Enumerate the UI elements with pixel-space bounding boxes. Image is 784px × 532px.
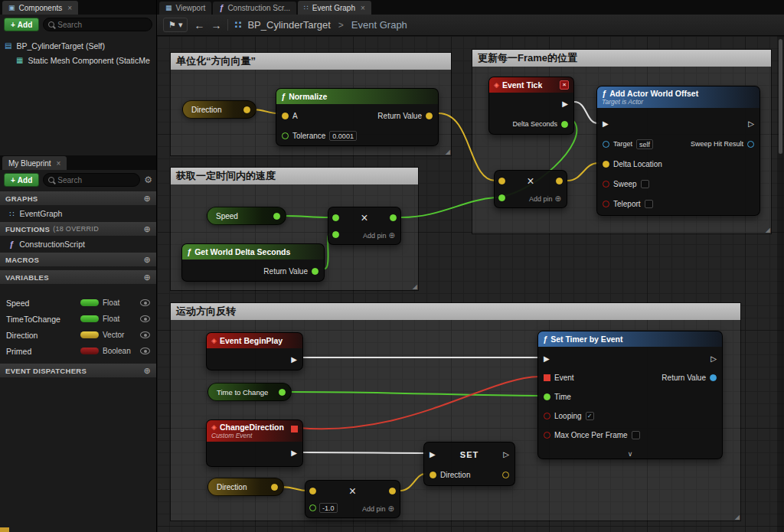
teleport-checkbox[interactable] <box>645 200 653 208</box>
variable-row-timetochange[interactable]: TimeToChange Float <box>0 311 156 327</box>
comment-resize-handle[interactable]: ◢ <box>413 284 417 290</box>
type-pill-boolean[interactable] <box>80 348 99 354</box>
my-blueprint-search[interactable] <box>43 173 140 187</box>
pin-time[interactable] <box>544 393 550 400</box>
section-graphs[interactable]: GRAPHS ⊕ <box>0 191 156 205</box>
node-get-direction-1[interactable]: Direction <box>182 100 256 119</box>
comment-resize-handle[interactable]: ◢ <box>766 227 770 233</box>
pin-delta-seconds[interactable] <box>561 121 568 128</box>
exec-out-pin[interactable]: ▷ <box>748 120 754 128</box>
comment-resize-handle[interactable]: ◢ <box>446 149 450 155</box>
event-graph-canvas[interactable]: 单位化“方向向量” ◢ 更新每一Frame的位置 ◢ 获取一定时间内的速度 ◢ … <box>157 36 784 532</box>
pin-looping[interactable] <box>544 413 550 419</box>
pin-return-value[interactable] <box>312 268 318 275</box>
close-icon[interactable]: × <box>361 4 365 12</box>
scrollbar-thumb[interactable] <box>779 39 782 154</box>
node-event-beginplay[interactable]: ◈ Event BeginPlay ▶ <box>206 332 303 370</box>
variable-row-direction[interactable]: Direction Vector <box>0 327 156 343</box>
add-pin-button[interactable]: Add pin ⊕ <box>362 505 394 513</box>
pin-direction-out[interactable] <box>502 472 509 478</box>
pin-out[interactable] <box>556 178 563 184</box>
variable-row-speed[interactable]: Speed Float <box>0 295 156 311</box>
node-multiply-frame[interactable]: × Add pin ⊕ <box>494 170 567 208</box>
delegate-pin[interactable] <box>291 426 298 432</box>
list-item-eventgraph[interactable]: ∷ EventGraph <box>0 207 156 220</box>
type-pill-float[interactable] <box>80 299 99 306</box>
exec-out-pin[interactable]: ▶ <box>291 356 297 364</box>
components-search[interactable] <box>43 18 152 31</box>
pin-in-b[interactable] <box>498 194 505 201</box>
forward-button[interactable]: → <box>211 20 221 31</box>
pin-sweep-hit-result[interactable] <box>747 141 754 148</box>
max-once-checkbox[interactable] <box>632 431 640 439</box>
add-pin-button[interactable]: Add pin ⊕ <box>363 232 395 240</box>
pin-direction-in[interactable] <box>430 472 436 478</box>
pin-return-value[interactable] <box>426 113 433 119</box>
exec-in-pin[interactable]: ▶ <box>603 120 609 128</box>
add-macro-icon[interactable]: ⊕ <box>143 256 151 264</box>
pin-in-a[interactable] <box>498 178 505 184</box>
comment-title[interactable]: 单位化“方向向量” <box>171 53 451 70</box>
type-pill-vector[interactable] <box>80 331 99 338</box>
exec-in-pin[interactable]: ▶ <box>430 451 436 459</box>
pin-sweep[interactable] <box>603 181 609 188</box>
add-graph-icon[interactable]: ⊕ <box>143 194 151 203</box>
node-set-direction[interactable]: ▶ SET ▷ Direction <box>423 442 515 486</box>
pin-speed-out[interactable] <box>273 213 280 220</box>
node-add-actor-world-offset[interactable]: ƒ Add Actor World Offset Target is Actor… <box>596 86 760 216</box>
comment-resize-handle[interactable]: ◢ <box>735 514 740 521</box>
close-icon[interactable]: × <box>67 4 72 12</box>
pin-in-b[interactable] <box>309 504 316 511</box>
pin-tolerance[interactable] <box>282 132 289 139</box>
looping-checkbox[interactable]: ✓ <box>586 412 594 420</box>
pin-max-once-per-frame[interactable] <box>544 432 550 439</box>
visibility-eye-icon[interactable] <box>140 315 150 322</box>
pin-return-value[interactable] <box>710 374 717 381</box>
node-set-timer-by-event[interactable]: ƒ Set Timer by Event ▶ ▷ Event Return Va… <box>537 331 723 459</box>
add-function-icon[interactable]: ⊕ <box>143 225 151 233</box>
add-dispatcher-icon[interactable]: ⊕ <box>143 367 151 375</box>
exec-out-pin[interactable]: ▶ <box>291 449 297 457</box>
node-change-direction[interactable]: ◈ ChangeDirection Custom Event ▶ <box>206 419 303 467</box>
pin-direction-out[interactable] <box>271 484 278 491</box>
pin-time-to-change-out[interactable] <box>279 389 286 396</box>
tab-components[interactable]: ▣ Components × <box>2 1 78 15</box>
node-normalize[interactable]: ƒ Normalize A Return Value Tolerance 0.0… <box>276 88 439 146</box>
type-pill-float[interactable] <box>80 315 99 322</box>
exec-out-pin[interactable]: ▷ <box>503 451 509 459</box>
node-get-direction-2[interactable]: Direction <box>207 478 284 496</box>
tree-item-self[interactable]: ▤ BP_CylinderTarget (Self) <box>5 38 156 53</box>
section-event-dispatchers[interactable]: EVENT DISPATCHERS ⊕ <box>0 364 156 377</box>
add-pin-button[interactable]: Add pin ⊕ <box>529 195 561 203</box>
section-functions[interactable]: FUNCTIONS (18 OVERRID ⊕ <box>0 222 156 236</box>
close-icon[interactable]: × <box>57 159 61 168</box>
tolerance-value-field[interactable]: 0.0001 <box>329 131 357 141</box>
visibility-eye-icon[interactable] <box>140 299 150 306</box>
pin-teleport[interactable] <box>603 201 609 207</box>
tab-event-graph[interactable]: ∷ Event Graph × <box>298 1 371 15</box>
pin-event[interactable] <box>544 374 550 381</box>
pin-in-a[interactable] <box>309 488 316 494</box>
invert-value-field[interactable]: -1.0 <box>319 503 338 513</box>
add-variable-icon[interactable]: ⊕ <box>143 273 151 282</box>
variable-row-primed[interactable]: Primed Boolean <box>0 343 156 359</box>
pin-in-b[interactable] <box>332 231 339 238</box>
node-get-speed[interactable]: Speed <box>207 207 286 225</box>
back-button[interactable]: ← <box>194 20 204 31</box>
comment-title[interactable]: 获取一定时间内的速度 <box>171 168 418 184</box>
node-multiply-speed[interactable]: × Add pin ⊕ <box>328 207 401 245</box>
exec-out-pin[interactable]: ▶ <box>562 100 568 108</box>
close-icon[interactable]: × <box>560 80 569 90</box>
exec-out-pin[interactable]: ▷ <box>710 355 717 363</box>
gear-icon[interactable]: ⚙ <box>144 175 152 185</box>
breadcrumb-parent[interactable]: BP_CylinderTarget <box>247 19 330 31</box>
pin-out[interactable] <box>390 214 397 221</box>
tab-my-blueprint[interactable]: My Blueprint × <box>2 156 67 170</box>
visibility-eye-icon[interactable] <box>140 331 150 338</box>
sweep-checkbox[interactable] <box>641 180 649 188</box>
pin-in-a[interactable] <box>332 214 339 221</box>
node-get-world-delta-seconds[interactable]: ƒ Get World Delta Seconds Return Value <box>181 243 325 282</box>
exec-in-pin[interactable]: ▶ <box>544 355 550 363</box>
section-macros[interactable]: MACROS ⊕ <box>0 253 156 266</box>
components-search-input[interactable] <box>57 21 147 29</box>
